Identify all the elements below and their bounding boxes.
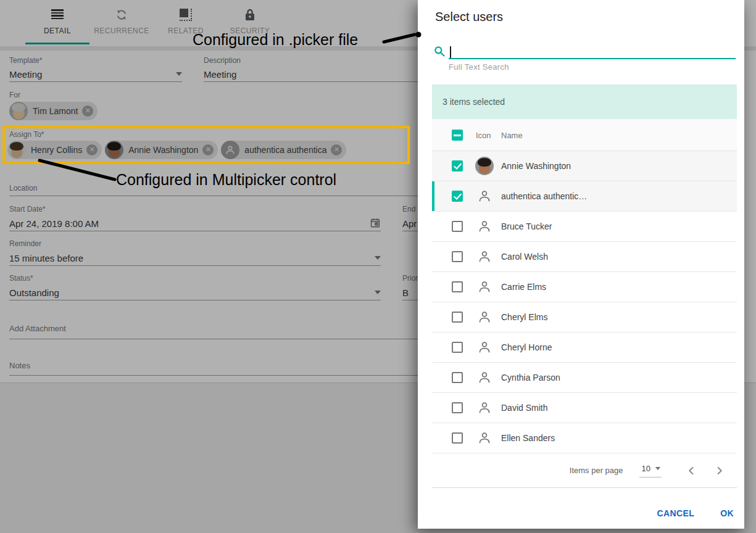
- select-all-checkbox[interactable]: [452, 130, 463, 141]
- items-per-page-label: Items per page: [570, 466, 623, 475]
- table-header: Icon Name: [432, 119, 737, 151]
- person-placeholder-icon: [477, 249, 492, 264]
- user-avatar-cell: [475, 429, 494, 447]
- person-placeholder-icon: [477, 370, 492, 385]
- row-checkbox[interactable]: [452, 402, 463, 413]
- user-name: authentica authentic…: [501, 181, 587, 212]
- user-avatar-cell: [475, 399, 494, 417]
- row-checkbox[interactable]: [452, 221, 463, 232]
- user-avatar-cell: [475, 217, 494, 236]
- user-name: Cheryl Horne: [501, 333, 552, 363]
- page-size-select[interactable]: 10: [639, 464, 662, 477]
- person-placeholder-icon: [477, 219, 492, 234]
- table-body: Annie Washington authentica authentic… B…: [432, 151, 737, 453]
- user-name: Annie Washington: [501, 151, 571, 181]
- user-row[interactable]: Cheryl Horne: [432, 333, 737, 363]
- user-name: David Smith: [501, 393, 547, 423]
- user-avatar-cell: [475, 368, 494, 387]
- user-avatar-cell: [475, 338, 494, 357]
- page-size-value: 10: [642, 464, 650, 473]
- user-row[interactable]: Carol Welsh: [432, 242, 737, 272]
- user-row[interactable]: Carrie Elms: [432, 272, 737, 302]
- paginator: Items per page 10: [432, 453, 737, 488]
- user-row[interactable]: authentica authentic…: [432, 181, 737, 212]
- previous-page-button[interactable]: [683, 462, 700, 479]
- selection-banner: 3 items selected: [432, 85, 737, 119]
- user-name: Cynthia Parson: [501, 363, 560, 393]
- person-placeholder-icon: [477, 310, 492, 324]
- row-checkbox[interactable]: [452, 372, 463, 383]
- user-avatar-cell: [475, 278, 494, 296]
- row-checkbox[interactable]: [452, 432, 463, 444]
- user-row[interactable]: Cheryl Elms: [432, 302, 737, 333]
- user-avatar-cell: [475, 187, 494, 205]
- search-icon: [433, 45, 446, 60]
- person-placeholder-icon: [477, 279, 492, 294]
- user-row[interactable]: Ellen Sanders: [432, 423, 737, 453]
- user-avatar-cell: [475, 308, 494, 326]
- user-row[interactable]: Bruce Tucker: [432, 212, 737, 242]
- row-checkbox[interactable]: [452, 251, 463, 262]
- user-name: Carrie Elms: [501, 272, 546, 302]
- row-checkbox[interactable]: [452, 281, 463, 292]
- users-table: 3 items selected Icon Name Annie Washing…: [432, 85, 737, 488]
- dropdown-caret-icon: [655, 467, 660, 470]
- search-field-label: Full Text Search: [449, 62, 509, 72]
- user-row[interactable]: Annie Washington: [432, 151, 737, 181]
- text-cursor: [450, 46, 451, 58]
- user-avatar-cell: [475, 157, 494, 175]
- search-input[interactable]: [449, 44, 736, 59]
- column-header-icon: Icon: [476, 131, 491, 140]
- user-name: Ellen Sanders: [501, 423, 555, 453]
- person-placeholder-icon: [477, 431, 492, 445]
- row-checkbox[interactable]: [452, 160, 463, 171]
- select-users-dialog: Select users Full Text Search 3 items se…: [418, 0, 744, 529]
- person-placeholder-icon: [477, 189, 492, 204]
- person-placeholder-icon: [477, 340, 492, 355]
- selection-count: 3 items selected: [442, 97, 505, 107]
- row-checkbox[interactable]: [452, 312, 463, 323]
- user-avatar-cell: [475, 247, 494, 266]
- cancel-button[interactable]: CANCEL: [657, 508, 694, 518]
- ok-button[interactable]: OK: [720, 508, 734, 518]
- user-row[interactable]: David Smith: [432, 393, 737, 423]
- user-name: Cheryl Elms: [501, 302, 547, 333]
- app-viewport: DETAIL RECURRENCE RELATED SECURITY: [0, 0, 756, 533]
- column-header-name: Name: [501, 131, 523, 140]
- user-photo-avatar: [475, 157, 494, 175]
- user-name: Bruce Tucker: [501, 212, 552, 242]
- user-name: Carol Welsh: [501, 242, 548, 272]
- row-checkbox[interactable]: [452, 191, 463, 202]
- person-placeholder-icon: [477, 400, 492, 415]
- dialog-title: Select users: [435, 10, 503, 24]
- dialog-actions: CANCEL OK: [657, 508, 734, 518]
- row-checkbox[interactable]: [452, 342, 463, 353]
- user-row[interactable]: Cynthia Parson: [432, 363, 737, 393]
- next-page-button[interactable]: [711, 462, 728, 479]
